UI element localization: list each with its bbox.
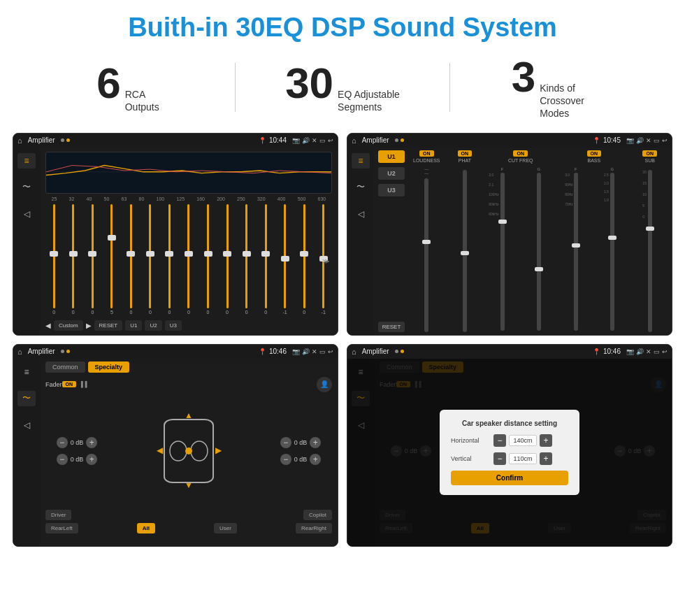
wave-icon-2[interactable]: 〜 <box>352 180 370 195</box>
speaker-icon-2[interactable]: ◁ <box>352 206 370 222</box>
xover-u3[interactable]: U3 <box>378 184 405 196</box>
eq-u3-btn[interactable]: U3 <box>165 320 182 331</box>
back-icon-1[interactable]: ↩ <box>328 137 333 144</box>
speaker-icon-3[interactable]: ◁ <box>17 417 36 433</box>
car-diagram-area: ▲ ▼ ◀ ▶ <box>108 395 269 507</box>
back-icon-4[interactable]: ↩ <box>662 348 668 355</box>
db-plus-tl[interactable]: + <box>86 437 97 448</box>
driver-btn[interactable]: Driver <box>45 510 71 520</box>
dialog-row-horizontal: Horizontal − 140cm + <box>451 434 568 447</box>
fader-tabs-row: Common Specialty <box>45 361 332 373</box>
eq-prev-btn[interactable]: ◀ <box>45 322 51 329</box>
status-bar-4: ⌂ Amplifier 📍 10:46 📷 🔊 ✕ ▭ ↩ <box>347 345 672 359</box>
speaker-icon-1[interactable]: ◁ <box>17 206 36 222</box>
fader-profile-icon[interactable]: 👤 <box>317 377 332 392</box>
back-icon-2[interactable]: ↩ <box>662 137 668 144</box>
xover-u2[interactable]: U2 <box>378 167 405 180</box>
eq-bottom-row: ◀ Custom ▶ RESET U1 U2 U3 <box>45 320 332 331</box>
home-icon-1[interactable]: ⌂ <box>17 136 22 145</box>
loudness-slider[interactable] <box>424 178 428 332</box>
copilot-btn[interactable]: Copilot <box>303 510 332 520</box>
fader-content: Common Specialty Fader ON ▐▐ 👤 − <box>40 359 338 546</box>
stat-number-crossover: 3 <box>512 55 535 99</box>
confirm-button[interactable]: Confirm <box>451 471 568 485</box>
user-btn[interactable]: User <box>214 523 237 533</box>
eq-graph-svg <box>46 152 331 192</box>
stat-text-rca: RCA Outputs <box>125 88 159 113</box>
home-icon-4[interactable]: ⌂ <box>352 348 356 356</box>
all-btn[interactable]: All <box>137 523 155 533</box>
wave-icon-3[interactable]: 〜 <box>17 391 36 406</box>
rearleft-btn[interactable]: RearLeft <box>45 523 78 533</box>
db-plus-br[interactable]: + <box>310 454 321 465</box>
window-icon-3: ▭ <box>319 348 326 355</box>
eq-u1-btn[interactable]: U1 <box>125 320 142 331</box>
svg-text:◀: ◀ <box>157 445 164 455</box>
camera-icon-1: 📷 <box>292 137 300 144</box>
fader-on-badge[interactable]: ON <box>62 381 77 387</box>
pin-icon-2: 📍 <box>593 137 600 144</box>
tab-common[interactable]: Common <box>45 361 85 373</box>
camera-icon-3: 📷 <box>292 348 300 355</box>
db-plus-tr[interactable]: + <box>310 437 321 448</box>
eq-icon-1[interactable]: ≡ <box>17 153 36 169</box>
eq-play-btn[interactable]: ▶ <box>86 322 92 329</box>
stats-row: 6 RCA Outputs 30 EQ Adjustable Segments … <box>0 50 685 129</box>
eq-reset-btn[interactable]: RESET <box>94 320 123 331</box>
xover-on-bass[interactable]: ON <box>587 150 602 157</box>
db-minus-tr[interactable]: − <box>280 437 291 448</box>
screen-fader: ⌂ Amplifier 📍 10:46 📷 🔊 ✕ ▭ ↩ ≡ 〜 ◁ <box>13 344 338 547</box>
back-icon-3[interactable]: ↩ <box>328 348 333 355</box>
home-icon-3[interactable]: ⌂ <box>17 348 22 356</box>
screen-dialog: ⌂ Amplifier 📍 10:46 📷 🔊 ✕ ▭ ↩ ≡ 〜 ◁ <box>347 344 672 547</box>
xover-reset[interactable]: RESET <box>378 322 405 332</box>
stat-text-eq: EQ Adjustable Segments <box>338 88 400 113</box>
stat-divider-2 <box>449 63 450 112</box>
xover-on-loudness[interactable]: ON <box>419 150 434 157</box>
db-plus-bl[interactable]: + <box>86 454 97 465</box>
rearright-btn[interactable]: RearRight <box>296 523 332 533</box>
eq-arrow-right[interactable]: ≫ <box>322 257 329 264</box>
status-bar-2: ⌂ Amplifier 📍 10:45 📷 🔊 ✕ ▭ ↩ <box>347 134 672 148</box>
db-minus-bl[interactable]: − <box>57 454 68 465</box>
dialog-overlay: Car speaker distance setting Horizontal … <box>347 359 672 546</box>
db-minus-br[interactable]: − <box>280 454 291 465</box>
horizontal-minus[interactable]: − <box>493 434 506 447</box>
pin-icon-4: 📍 <box>593 348 600 355</box>
xover-on-phat[interactable]: ON <box>458 150 473 157</box>
xover-ch-bass: ON BASS F 3.0 90Hz 80Hz 70Hz <box>558 150 629 332</box>
eq-icon-2[interactable]: ≡ <box>352 153 370 169</box>
db-minus-tl[interactable]: − <box>57 437 68 448</box>
svg-point-2 <box>170 441 187 461</box>
vertical-plus[interactable]: + <box>540 452 552 465</box>
xover-on-cutfreq[interactable]: ON <box>513 150 528 157</box>
xover-on-sub[interactable]: ON <box>642 150 657 157</box>
svg-text:▼: ▼ <box>185 480 193 490</box>
tab-specialty[interactable]: Specialty <box>88 361 130 373</box>
time-4: 10:46 <box>603 348 621 355</box>
stat-number-eq: 30 <box>285 62 333 105</box>
xover-label-phat: PHAT <box>459 158 471 163</box>
fader-label: Fader <box>45 381 62 388</box>
xover-u1[interactable]: U1 <box>378 150 405 163</box>
eq-graph <box>45 152 332 194</box>
db-control-tr: − 0 dB + <box>280 437 322 448</box>
window-icon-4: ▭ <box>654 348 660 355</box>
fader-bottom-row2: RearLeft All User RearRight <box>45 523 332 533</box>
xover-label-bass: BASS <box>588 158 601 163</box>
horizontal-plus[interactable]: + <box>540 434 552 447</box>
status-bar-1: ⌂ Amplifier 📍 10:44 📷 🔊 ✕ ▭ ↩ <box>13 134 338 148</box>
eq-icon-3[interactable]: ≡ <box>17 364 36 380</box>
stat-divider-1 <box>235 63 236 112</box>
vertical-minus[interactable]: − <box>493 452 506 465</box>
wave-icon-1[interactable]: 〜 <box>17 180 36 195</box>
svg-text:▶: ▶ <box>215 445 222 455</box>
eq-u2-btn[interactable]: U2 <box>145 320 161 331</box>
window-icon-2: ▭ <box>654 137 660 144</box>
svg-point-4 <box>185 447 192 454</box>
dialog-box: Car speaker distance setting Horizontal … <box>440 410 579 495</box>
xover-channels-area: ON LOUDNESS — — <box>409 150 668 332</box>
camera-icon-4: 📷 <box>626 348 634 355</box>
eq-freq-labels: 253240506380100125160200250320400500630 <box>45 196 332 201</box>
home-icon-2[interactable]: ⌂ <box>352 136 356 145</box>
